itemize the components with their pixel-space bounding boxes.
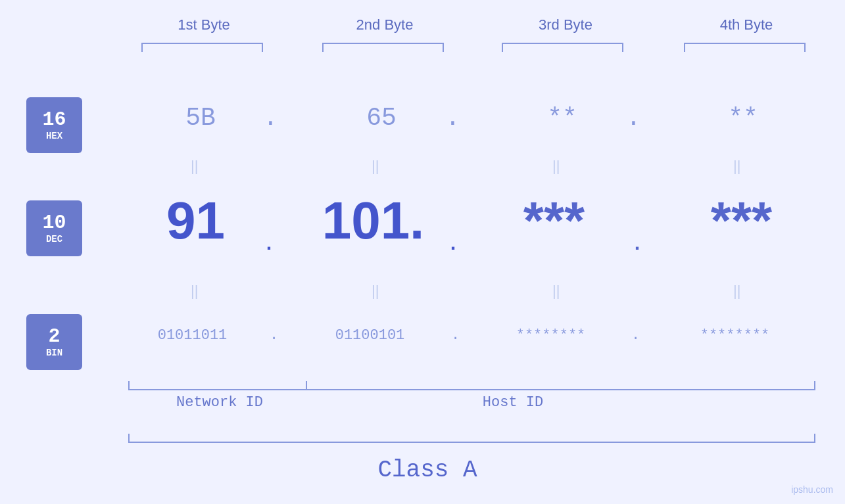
network-id-label: Network ID [154, 394, 285, 411]
host-id-label: Host ID [447, 394, 579, 411]
eq1-3: || [552, 158, 560, 175]
hex-dot-2: . [445, 104, 460, 132]
hex-value-1: 5B [151, 104, 250, 132]
bin-dot-1: . [270, 327, 278, 344]
bin-value-2: 01100101 [299, 327, 441, 344]
dec-badge-name: DEC [46, 234, 62, 244]
hex-badge-num: 16 [42, 110, 66, 129]
eq1-4: || [733, 158, 740, 175]
eq1-1: || [191, 158, 198, 175]
dec-dot-2: . [447, 233, 459, 256]
watermark: ipshu.com [791, 484, 833, 495]
byte2-header: 2nd Byte [319, 16, 450, 34]
bin-badge-name: BIN [46, 348, 62, 358]
hex-dot-1: . [263, 104, 278, 132]
hex-value-3: ** [513, 104, 612, 132]
eq2-3: || [552, 283, 560, 300]
eq2-2: || [372, 283, 379, 300]
eq2-4: || [733, 283, 740, 300]
bracket-top-3 [502, 43, 623, 52]
byte3-header: 3rd Byte [500, 16, 631, 34]
dec-value-1: 91 [138, 191, 253, 251]
bin-badge: 2 BIN [26, 314, 82, 370]
dec-badge-num: 10 [42, 213, 66, 233]
bin-value-1: 01011011 [122, 327, 263, 344]
network-bracket [128, 381, 307, 390]
bin-value-4: ******** [664, 327, 806, 344]
page: 1st Byte 2nd Byte 3rd Byte 4th Byte 16 H… [0, 0, 845, 504]
dec-value-4: *** [684, 191, 799, 251]
bin-dot-3: . [631, 327, 640, 344]
class-label: Class A [263, 457, 592, 484]
dec-value-3: *** [496, 191, 612, 251]
dec-dot-3: . [631, 233, 643, 256]
full-bracket [128, 434, 815, 443]
hex-badge: 16 HEX [26, 97, 82, 153]
bracket-top-4 [684, 43, 806, 52]
dec-value-2: 101. [316, 191, 431, 251]
dec-dot-1: . [263, 233, 275, 256]
bin-dot-2: . [451, 327, 460, 344]
hex-value-2: 65 [332, 104, 431, 132]
hex-dot-3: . [626, 104, 641, 132]
bracket-top-2 [322, 43, 444, 52]
bin-badge-num: 2 [48, 327, 60, 346]
byte1-header: 1st Byte [138, 16, 270, 34]
eq1-2: || [372, 158, 379, 175]
eq2-1: || [191, 283, 198, 300]
dec-badge: 10 DEC [26, 200, 82, 256]
bracket-top-1 [141, 43, 263, 52]
host-bracket [306, 381, 815, 390]
byte4-header: 4th Byte [681, 16, 812, 34]
hex-value-4: ** [694, 104, 792, 132]
hex-badge-name: HEX [46, 131, 62, 141]
bin-value-3: ******** [480, 327, 621, 344]
